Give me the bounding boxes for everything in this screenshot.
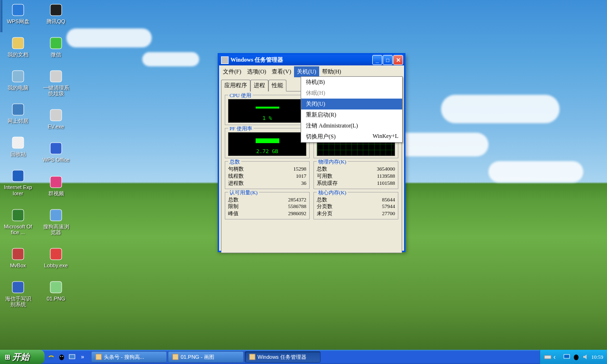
tab-性能[interactable]: 性能 (268, 80, 286, 91)
commit-charge-box: 认可用量(K) 总数2854372 限制5586788 峰值2986092 (225, 192, 310, 220)
ie-icon[interactable] (46, 352, 56, 362)
sidebar-handle[interactable] (0, 0, 2, 32)
svg-rect-14 (50, 176, 62, 188)
menu-item-待机[interactable]: 待机(B) (301, 77, 402, 88)
desktop-icon-wps-office[interactable]: WPS Office (42, 141, 70, 163)
decoration (142, 52, 199, 66)
label: 切换用户(S) (306, 133, 336, 141)
desktop-icon-png-file[interactable]: 01.PNG (42, 280, 70, 301)
menu-item-重新启动[interactable]: 重新启动(R) (301, 109, 402, 120)
close-button[interactable]: ✕ (393, 55, 403, 65)
wps-office-icon (48, 141, 64, 156)
value: 1101588 (377, 180, 395, 187)
label: 系统缓存 (317, 180, 338, 187)
desktop-icon-mvbox[interactable]: MvBox (4, 246, 32, 268)
task-label: 头条号 - 搜狗高... (104, 354, 144, 361)
maximize-button[interactable]: □ (383, 55, 393, 65)
tab-进程[interactable]: 进程 (250, 80, 268, 91)
svg-rect-27 (564, 355, 570, 358)
taskbar-item[interactable]: 头条号 - 搜狗高... (91, 351, 167, 363)
titlebar[interactable]: Windows 任务管理器 _ □ ✕ (218, 53, 405, 65)
icon-label: WPS网盘 (7, 18, 29, 24)
desktop[interactable]: WPS网盘我的文档我的电脑网上邻居回收站Internet ExplorerMic… (4, 2, 70, 307)
start-label: 开始 (12, 351, 29, 363)
volume-icon[interactable] (582, 353, 589, 361)
desktop-icon-recycle-bin[interactable]: 回收站 (4, 135, 32, 157)
svg-rect-24 (173, 354, 178, 360)
desktop-icon-internet-explorer[interactable]: Internet Explorer (4, 168, 32, 196)
desktop-icon-ms-office[interactable]: Microsoft Office ... (4, 208, 32, 235)
tab-应用程序[interactable]: 应用程序 (221, 80, 250, 91)
menu-item-注销 Administrator[interactable]: 注销 Administrator(L) (301, 120, 402, 131)
icon-label: 腾讯QQ (46, 18, 65, 24)
ms-office-icon (10, 208, 26, 223)
value: 2986092 (288, 210, 307, 217)
menu-文件[interactable]: 文件(F) (220, 66, 244, 77)
desktop-icon-my-documents[interactable]: 我的文档 (4, 36, 32, 57)
qq-tray-icon[interactable] (572, 353, 580, 361)
menu-关机[interactable]: 关机(U) (294, 66, 319, 77)
icon-label: Lobby.exe (44, 263, 68, 268)
label: 待机(B) (306, 78, 325, 86)
desktop-icon-tencent-qq[interactable]: 腾讯QQ (42, 2, 70, 24)
cleanup-icon (48, 69, 64, 84)
svg-rect-6 (12, 209, 24, 221)
start-button[interactable]: ⊞ 开始 (0, 350, 45, 364)
desktop-icon[interactable] (67, 352, 77, 362)
menu-item-关闭[interactable]: 关闭(U) (301, 99, 402, 109)
desktop-icon-handwriting[interactable]: 海信手写识别系统 (4, 280, 32, 307)
icon-label: 我的电脑 (8, 85, 28, 91)
app-icon (221, 56, 229, 64)
icon-label: 搜狗高速浏览器 (42, 224, 70, 235)
value: 36 (301, 180, 306, 187)
desktop-icon-wechat[interactable]: 微信 (42, 36, 70, 57)
keyboard-icon[interactable] (544, 353, 552, 361)
task-label: 01.PNG - 画图 (181, 354, 214, 361)
desktop-icon-group-video[interactable]: 群视频 (42, 174, 70, 196)
desktop-icon-ev-exe[interactable]: EV.exe (42, 108, 70, 129)
clock[interactable]: 10:59 (591, 354, 603, 360)
shutdown-menu: 待机(B)休眠(H)关闭(U)重新启动(R)注销 Administrator(L… (301, 76, 403, 143)
taskbar-item[interactable]: Windows 任务管理器 (245, 351, 321, 363)
svg-rect-25 (249, 354, 255, 360)
svg-point-20 (60, 356, 61, 357)
monitor-icon[interactable] (563, 353, 570, 361)
svg-rect-8 (12, 282, 24, 293)
minimize-button[interactable]: _ (372, 55, 382, 65)
physical-memory-box: 物理内存(K) 总数3654000 可用数1139588 系统缓存1101588 (313, 161, 398, 189)
desktop-icon-network-places[interactable]: 网上邻居 (4, 102, 32, 124)
task-manager-window: Windows 任务管理器 _ □ ✕ 文件(F)选项(O)查看(V)关机(U)… (218, 55, 405, 252)
menu-选项[interactable]: 选项(O) (244, 66, 269, 77)
qq-icon[interactable] (57, 352, 66, 362)
lobby-exe-icon (48, 246, 64, 262)
menu-item-切换用户[interactable]: 切换用户(S)WinKey+L (301, 131, 402, 142)
desktop-icon-cleanup[interactable]: 一键清理系统垃圾 (42, 69, 70, 96)
wechat-icon (48, 36, 64, 51)
taskbar-item[interactable]: 01.PNG - 画图 (168, 351, 244, 363)
label: 限制 (228, 203, 239, 210)
icon-label: Internet Explorer (4, 184, 32, 196)
label: 峰值 (228, 210, 239, 217)
svg-rect-10 (50, 37, 62, 49)
label: 可用数 (317, 173, 332, 180)
menu-查看[interactable]: 查看(V) (269, 66, 294, 77)
desktop-icon-wps-cloud[interactable]: WPS网盘 (4, 2, 32, 24)
desktop-icon-my-computer[interactable]: 我的电脑 (4, 69, 32, 91)
value: 1139588 (377, 173, 395, 180)
label: 休眠(H) (306, 89, 325, 97)
svg-rect-9 (50, 4, 62, 16)
tray-chevron-icon[interactable]: ‹ (553, 353, 561, 361)
shortcut: WinKey+L (373, 133, 398, 141)
value: 85644 (382, 196, 395, 203)
task-items: 头条号 - 搜狗高...01.PNG - 画图Windows 任务管理器 (89, 350, 540, 364)
menu-帮助[interactable]: 帮助(H) (319, 66, 344, 77)
svg-point-28 (574, 355, 579, 360)
svg-rect-26 (544, 355, 551, 359)
label: 总数 (228, 158, 241, 165)
decoration (488, 161, 583, 182)
quick-launch-chevron-icon[interactable]: » (78, 352, 87, 362)
icon-label: 海信手写识别系统 (4, 296, 32, 307)
desktop-icon-lobby-exe[interactable]: Lobby.exe (42, 246, 70, 268)
svg-rect-4 (12, 137, 24, 148)
desktop-icon-sogou-browser[interactable]: 搜狗高速浏览器 (42, 208, 70, 235)
